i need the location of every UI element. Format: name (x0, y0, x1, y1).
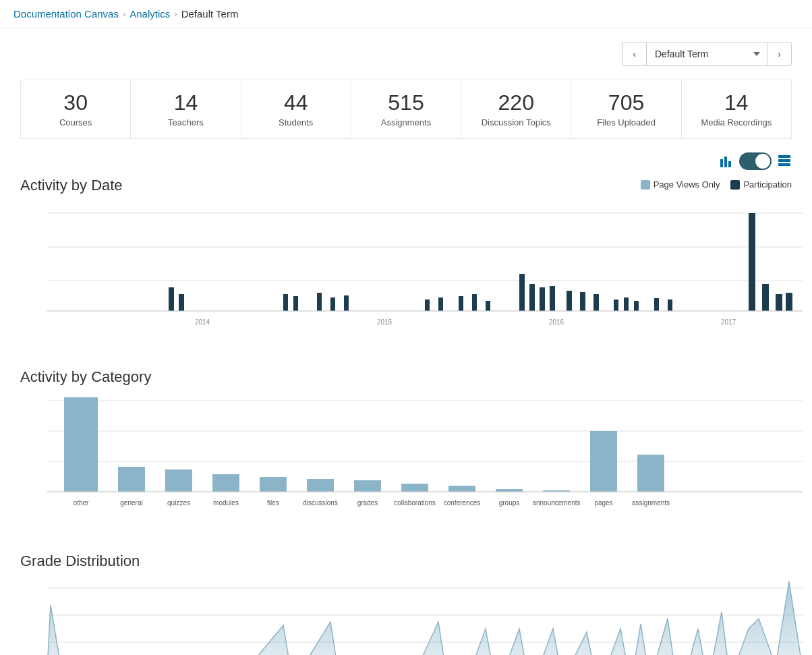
svg-rect-1 (724, 156, 727, 167)
svg-rect-14 (179, 294, 184, 311)
main-content: ‹ Default Term › 30 Courses 14 Teachers … (0, 28, 812, 655)
svg-rect-25 (472, 294, 477, 311)
stat-courses-number: 30 (28, 91, 123, 115)
svg-rect-24 (459, 296, 463, 311)
stat-teachers-label: Teachers (138, 117, 233, 127)
legend-participation-label: Participation (743, 179, 792, 190)
stat-media-recordings: 14 Media Recordings (682, 80, 792, 139)
svg-rect-78 (637, 455, 664, 492)
svg-rect-66 (354, 480, 381, 492)
legend-page-views: Page Views Only (641, 179, 720, 190)
svg-rect-62 (260, 477, 287, 492)
svg-text:2017: 2017 (721, 318, 736, 326)
breadcrumb-link-analytics[interactable]: Analytics (129, 8, 170, 20)
chart-table-toggle[interactable] (739, 152, 772, 170)
stat-courses: 30 Courses (21, 80, 131, 139)
svg-rect-30 (550, 286, 555, 311)
svg-text:pages: pages (594, 499, 612, 507)
breadcrumb-sep-2: › (174, 9, 177, 19)
stat-students-number: 44 (248, 91, 344, 115)
view-toggle-row (20, 152, 792, 170)
svg-text:general: general (120, 499, 142, 507)
legend-participation: Participation (730, 179, 792, 190)
svg-rect-26 (486, 301, 490, 311)
category-chart-svg: 10k 5k 0 other general quizzes (47, 394, 803, 525)
legend-page-views-label: Page Views Only (654, 179, 720, 190)
svg-rect-38 (654, 298, 659, 311)
svg-rect-64 (307, 479, 334, 492)
svg-rect-23 (438, 297, 443, 311)
svg-rect-42 (776, 294, 782, 311)
stat-media-recordings-number: 14 (689, 91, 784, 115)
svg-rect-33 (593, 294, 599, 311)
legend-participation-dot (730, 180, 740, 190)
svg-rect-58 (165, 469, 192, 492)
breadcrumb-current: Default Term (181, 8, 239, 20)
activity-by-category-title: Activity by Category (20, 368, 792, 386)
svg-rect-72 (496, 489, 523, 492)
stat-media-recordings-label: Media Recordings (689, 117, 784, 127)
svg-rect-56 (118, 467, 145, 492)
svg-rect-29 (540, 287, 545, 311)
bar-chart-icon[interactable] (719, 154, 734, 169)
breadcrumb-sep-1: › (123, 9, 125, 19)
activity-by-category-chart: 10k 5k 0 other general quizzes (47, 394, 792, 525)
svg-rect-36 (624, 297, 629, 311)
svg-marker-90 (47, 581, 803, 655)
svg-text:files: files (267, 499, 279, 507)
chart-legend: Page Views Only Participation (641, 179, 792, 190)
stat-teachers: 14 Teachers (131, 80, 241, 139)
svg-rect-2 (728, 161, 731, 167)
svg-rect-41 (762, 284, 769, 311)
stats-row: 30 Courses 14 Teachers 44 Students 515 A… (20, 80, 792, 139)
svg-text:2014: 2014 (195, 318, 210, 326)
stat-assignments-label: Assignments (358, 117, 454, 127)
grade-distribution-section: Grade Distribution 6% 4% 2% 0% (20, 552, 792, 655)
svg-rect-35 (614, 300, 618, 311)
stat-files-uploaded-label: Files Uploaded (578, 117, 674, 127)
svg-text:conferences: conferences (444, 499, 480, 507)
activity-by-date-section: Page Views Only Participation Activity b… (20, 177, 792, 341)
svg-text:grades: grades (357, 499, 378, 507)
svg-text:announcements: announcements (532, 499, 580, 507)
activity-by-category-section: Activity by Category 10k 5k 0 othe (20, 368, 792, 525)
grade-distribution-title: Grade Distribution (20, 552, 792, 570)
svg-rect-37 (634, 301, 639, 311)
activity-by-date-chart: 10k 5k 0 2014 (47, 206, 792, 341)
stat-students: 44 Students (241, 80, 351, 139)
svg-rect-5 (778, 163, 790, 166)
svg-rect-60 (212, 474, 239, 492)
svg-rect-20 (344, 295, 349, 311)
svg-text:2015: 2015 (377, 318, 393, 326)
svg-rect-39 (668, 300, 672, 311)
stat-students-label: Students (248, 117, 344, 127)
stat-files-uploaded-number: 705 (578, 91, 674, 115)
breadcrumb: Documentation Canvas › Analytics › Defau… (0, 0, 812, 28)
svg-rect-18 (317, 293, 322, 311)
stat-courses-label: Courses (28, 117, 123, 127)
table-icon[interactable] (777, 154, 792, 169)
grade-distribution-chart: 6% 4% 2% 0% (47, 578, 792, 655)
svg-rect-16 (283, 294, 288, 311)
prev-term-button[interactable]: ‹ (622, 42, 646, 66)
stat-discussion-topics: 220 Discussion Topics (461, 80, 571, 139)
svg-rect-3 (778, 155, 790, 158)
svg-rect-28 (529, 284, 535, 311)
svg-rect-19 (330, 297, 335, 311)
term-dropdown[interactable]: Default Term (646, 42, 767, 66)
stat-assignments: 515 Assignments (351, 80, 461, 139)
svg-rect-0 (720, 159, 723, 167)
date-chart-svg: 10k 5k 0 2014 (47, 206, 803, 341)
svg-rect-40 (749, 213, 755, 311)
svg-rect-43 (786, 293, 792, 311)
svg-rect-31 (567, 291, 572, 311)
grade-dist-svg: 6% 4% 2% 0% (47, 578, 803, 655)
stat-assignments-number: 515 (358, 91, 454, 115)
legend-page-views-dot (641, 180, 650, 190)
svg-rect-17 (293, 296, 298, 311)
svg-rect-54 (64, 397, 98, 492)
next-term-button[interactable]: › (767, 42, 792, 66)
svg-text:assignments: assignments (632, 499, 670, 507)
breadcrumb-link-canvas[interactable]: Documentation Canvas (13, 8, 119, 20)
svg-text:groups: groups (499, 499, 520, 507)
